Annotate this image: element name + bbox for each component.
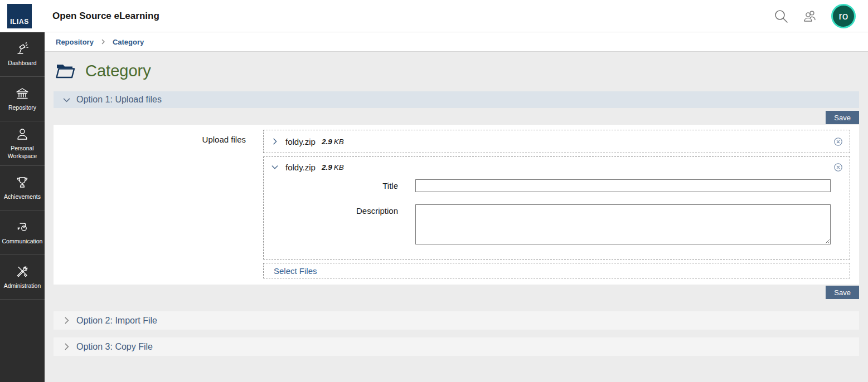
topbar-actions: ro (773, 4, 868, 28)
select-files-link[interactable]: Select Files (274, 266, 317, 276)
breadcrumb-repository[interactable]: Repository (56, 38, 94, 46)
sidebar-item-label: Administration (3, 282, 42, 290)
file-entry-collapsed: foldy.zip 2.9KB (263, 130, 850, 153)
description-label: Description (264, 204, 415, 247)
main-sidebar: Dashboard Repository Personal Workspace (0, 32, 45, 382)
open-folder-icon (56, 63, 76, 79)
sidebar-item-repository[interactable]: Repository (0, 77, 45, 121)
file-entry-header[interactable]: foldy.zip 2.9KB (264, 130, 850, 153)
speech-bubbles-icon (15, 220, 30, 234)
sidebar-item-personal-workspace[interactable]: Personal Workspace (0, 121, 45, 166)
crossed-tools-icon (15, 265, 30, 279)
sidebar-item-communication[interactable]: Communication (0, 210, 45, 255)
breadcrumb-chevron-icon (100, 38, 106, 45)
top-bar: ILIAS Open Source eLearning ro (0, 0, 868, 32)
sidebar-item-dashboard[interactable]: Dashboard (0, 32, 45, 77)
upload-files-label: Upload files (54, 130, 263, 278)
upload-files-row: Upload files foldy.zip 2.9KB (54, 130, 859, 278)
accordion-option1-header[interactable]: Option 1: Upload files (54, 91, 859, 108)
page-header: Category (56, 62, 859, 80)
file-description-row: Description (264, 204, 850, 247)
chevron-right-icon (62, 316, 71, 325)
search-icon[interactable] (773, 8, 789, 24)
accordion-option2-header[interactable]: Option 2: Import File (54, 311, 859, 330)
avatar-initials: ro (839, 10, 848, 22)
ilias-logo-text: ILIAS (10, 18, 29, 26)
avatar[interactable]: ro (831, 4, 856, 28)
breadcrumb: Repository Category (45, 32, 868, 52)
save-button[interactable]: Save (826, 286, 859, 299)
sidebar-item-achievements[interactable]: Achievements (0, 166, 45, 210)
chevron-down-icon[interactable] (270, 163, 279, 172)
file-size: 2.9KB (322, 138, 344, 146)
trophy-icon (15, 175, 30, 190)
accordion-option1-label: Option 1: Upload files (76, 95, 162, 105)
file-title-row: Title (264, 179, 850, 192)
sidebar-item-label: Achievements (3, 193, 42, 200)
breadcrumb-category[interactable]: Category (113, 38, 144, 46)
file-name: foldy.zip (285, 163, 316, 172)
chevron-right-icon (62, 342, 71, 351)
main-content: Category Option 1: Upload files Save Upl… (45, 52, 868, 382)
sidebar-item-label: Personal Workspace (0, 145, 45, 159)
select-files-dropzone[interactable]: Select Files (263, 263, 850, 278)
sidebar-item-label: Dashboard (7, 60, 37, 67)
app-title: Open Source eLearning (52, 11, 159, 22)
accordion-option2-label: Option 2: Import File (76, 316, 157, 326)
file-entry-header[interactable]: foldy.zip 2.9KB (264, 157, 850, 177)
title-label: Title (264, 179, 415, 192)
page-title: Category (85, 62, 151, 80)
sidebar-item-label: Repository (7, 104, 37, 111)
accordion-option3-header[interactable]: Option 3: Copy File (54, 337, 859, 356)
ilias-logo[interactable]: ILIAS (7, 4, 32, 28)
sidebar-item-label: Communication (1, 238, 44, 245)
file-name: foldy.zip (285, 137, 316, 146)
remove-file-icon[interactable] (833, 137, 843, 146)
remove-file-icon[interactable] (833, 163, 843, 172)
upload-form-panel: Upload files foldy.zip 2.9KB (54, 125, 859, 285)
file-size: 2.9KB (322, 163, 344, 172)
file-entry-expanded: foldy.zip 2.9KB Title (263, 156, 850, 259)
save-row-bottom: Save (54, 286, 859, 299)
chevron-down-icon (62, 95, 71, 105)
save-row-top: Save (54, 111, 859, 124)
building-icon (15, 86, 30, 101)
save-button[interactable]: Save (826, 111, 859, 124)
title-input[interactable] (415, 179, 831, 192)
accordion-option3-label: Option 3: Copy File (76, 342, 153, 352)
file-dropzone: foldy.zip 2.9KB (263, 130, 850, 278)
lamp-icon (15, 42, 30, 56)
person-icon (15, 127, 30, 141)
description-textarea[interactable] (415, 204, 831, 244)
sidebar-item-administration[interactable]: Administration (0, 255, 45, 300)
who-is-online-icon[interactable] (802, 8, 818, 24)
chevron-right-icon[interactable] (270, 137, 279, 146)
